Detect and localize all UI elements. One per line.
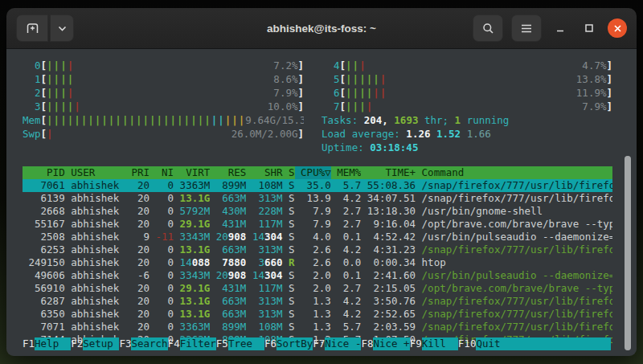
cell-cmd: /snap/firefox/777/usr/lib/firefox/fir — [416, 192, 612, 205]
cell-pri: 20 — [125, 295, 149, 308]
fkey-label: Filter — [180, 337, 216, 350]
column-header-time[interactable]: TIME+ — [361, 166, 416, 179]
new-tab-button[interactable] — [16, 14, 48, 42]
process-row[interactable]: 49606abhishek-603343M2090814304S2.00.12:… — [23, 269, 612, 282]
meter-value: 8.6% — [273, 72, 297, 86]
cell-user: abhishek — [65, 269, 125, 282]
fkey-f4[interactable]: F4Filter — [168, 337, 216, 350]
meter-label: 6 — [322, 86, 340, 100]
cell-time: 2:41.60 — [361, 269, 416, 282]
fkey-f6[interactable]: F6SortBy — [264, 337, 313, 350]
text-segment: Load average: — [322, 128, 406, 140]
text-segment: 20 — [137, 321, 149, 333]
maximize-button[interactable] — [579, 18, 600, 39]
search-button[interactable] — [473, 14, 503, 42]
text-segment: 5.7 — [343, 179, 362, 191]
column-header-pri[interactable]: PRI — [125, 166, 149, 179]
text-segment: 663M — [222, 243, 246, 256]
cell-time: 2:03.59 — [361, 321, 416, 333]
scrollbar[interactable] — [625, 156, 631, 350]
text-segment: abhishek — [71, 179, 119, 191]
text-segment: 2.0 — [313, 269, 331, 281]
column-header-user[interactable]: USER — [65, 166, 125, 179]
function-key-bar: F1Help F2Setup F3SearchF4FilterF5Tree F6… — [23, 337, 611, 350]
text-segment: thr; — [418, 114, 454, 126]
process-row[interactable]: 6287abhishek20013.1G663M313MS1.34.23:50.… — [23, 295, 612, 308]
text-segment: 1.3 — [313, 321, 331, 333]
fkey-label: Nice + — [373, 337, 409, 350]
process-row[interactable]: 6253abhishek20013.1G663M313MS2.64.24:31.… — [23, 243, 612, 256]
cell-virt: 3363M — [174, 179, 210, 192]
meter-bracket: [ — [340, 59, 346, 72]
process-row[interactable]: 56910abhishek20029.1G431M117MS2.02.72:15… — [23, 282, 612, 295]
column-header-virt[interactable]: VIRT — [174, 166, 210, 179]
fkey-number: F2 — [71, 337, 83, 350]
summary-line: Tasks: 204, 1693 thr; 1 running — [322, 113, 612, 127]
meter-bracket: [ — [340, 100, 346, 113]
text-segment: 20 — [137, 282, 149, 294]
text-segment: 4:52.42 — [373, 231, 416, 243]
fkey-f1[interactable]: F1Help — [23, 337, 71, 350]
meter-ticks: ||| — [346, 59, 367, 72]
column-header-res[interactable]: RES — [210, 166, 246, 179]
scrollbar-thumb[interactable] — [625, 156, 631, 350]
column-header-shr[interactable]: SHR — [246, 166, 282, 179]
fkey-f9[interactable]: F9Kill — [410, 337, 458, 350]
column-header-mem[interactable]: MEM% — [331, 166, 362, 179]
cell-mem: 5.7 — [331, 179, 362, 192]
fkey-f10[interactable]: F10Quit — [458, 337, 513, 350]
fkey-f8[interactable]: F8Nice + — [361, 337, 409, 350]
text-segment: 7.9 — [313, 218, 331, 230]
text-segment: 34:07.51 — [367, 192, 416, 204]
process-row[interactable]: 55167abhishek20029.1G431M117MS7.92.79:16… — [23, 218, 612, 231]
fkey-number: F7 — [313, 337, 325, 350]
cell-pri: 20 — [125, 179, 149, 192]
meter-value: 11.9% — [576, 86, 607, 100]
fkey-f7[interactable]: F7Nice - — [313, 337, 361, 350]
close-button[interactable] — [608, 18, 627, 38]
process-row[interactable]: 6139abhishek20013.1G663M313MS13.94.234:0… — [23, 192, 612, 205]
text-segment: 431M — [222, 218, 246, 230]
column-header-pid[interactable]: PID — [23, 166, 65, 179]
text-segment: 2668 — [41, 205, 65, 217]
text-segment: 431M — [222, 282, 246, 294]
text-segment: abhishek — [71, 231, 119, 243]
text-segment: S — [289, 218, 295, 230]
cell-cpu: 2.6 — [295, 256, 331, 269]
text-segment: /snap/firefox/777/usr/lib/firefox/fir — [422, 179, 612, 191]
tab-dropdown-button[interactable] — [50, 14, 74, 42]
text-segment: 3343M — [180, 231, 211, 243]
column-header-ni[interactable]: NI — [149, 166, 174, 179]
text-segment: 9:16.04 — [373, 218, 416, 230]
process-row[interactable]: 2508abhishek9-113343M2090814304S4.00.14:… — [23, 231, 612, 243]
text-segment: /snap/firefox/777/usr/lib/firefox/fir — [422, 308, 612, 320]
process-row-selected[interactable]: 7061abhishek2003363M899M108MS35.05.755:0… — [23, 179, 612, 192]
text-segment: 117M — [258, 218, 282, 230]
process-row[interactable]: 6350abhishek20013.1G663M313MS1.34.22:52.… — [23, 308, 612, 321]
cell-res: 20908 — [210, 269, 246, 282]
process-row[interactable]: 2668abhishek2005792M430M228MS7.92.713:18… — [23, 205, 612, 218]
text-segment: 0 — [168, 269, 174, 281]
fkey-number: F3 — [119, 337, 131, 350]
cell-ni: 0 — [149, 205, 174, 218]
text-segment: S — [289, 192, 295, 204]
process-row[interactable]: 7071abhishek2003363M899M108MS1.35.72:03.… — [23, 321, 612, 333]
text-segment: 204, — [364, 114, 395, 126]
text-segment: 3:50.76 — [373, 295, 416, 307]
cell-user: abhishek — [65, 295, 125, 308]
column-header-cpu[interactable]: CPU%▽ — [295, 166, 331, 179]
fkey-label: Help — [35, 337, 71, 350]
fkey-f5[interactable]: F5Tree — [216, 337, 264, 350]
minimize-button[interactable] — [550, 18, 571, 39]
text-segment: 0 — [168, 295, 174, 307]
menu-button[interactable] — [511, 14, 542, 42]
text-segment: 0.1 — [343, 231, 362, 243]
column-header-cmd[interactable]: Command — [416, 166, 612, 179]
column-header-s[interactable]: S — [283, 166, 295, 179]
meter-bracket: [ — [41, 127, 47, 141]
fkey-f3[interactable]: F3Search — [119, 337, 167, 350]
fkey-f2[interactable]: F2Setup — [71, 337, 119, 350]
cell-time: 4:31.23 — [361, 243, 416, 256]
text-segment: 13:18.30 — [367, 205, 416, 217]
process-row[interactable]: 249150abhishek2001408878803660R2.60.00:0… — [23, 256, 612, 269]
